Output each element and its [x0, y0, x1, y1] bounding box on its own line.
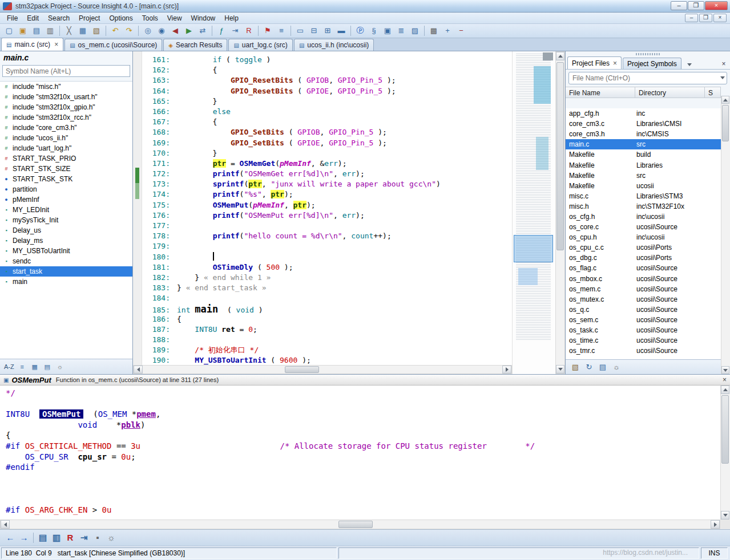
file-row[interactable]: os_tmr.cucosii\Source	[566, 346, 721, 356]
new-file-icon[interactable]: ▢	[3, 25, 15, 36]
file-row[interactable]: misc.hinc\STM32F10x	[566, 201, 721, 212]
search-forward-icon[interactable]: ▶	[183, 25, 195, 36]
symbol-item[interactable]: ▪mySysTick_Init	[0, 215, 132, 225]
file-row[interactable]: main.csrc	[566, 139, 721, 149]
tab-ucos-ii-h-inc-ucosii-[interactable]: ▤ucos_ii.h (inc\ucosii)	[294, 39, 374, 51]
goto-definition-icon[interactable]: ⇥	[229, 25, 241, 36]
project-panel-scrollbar[interactable]	[721, 96, 730, 374]
column-header-file-name[interactable]: File Name	[566, 87, 635, 98]
bookmark-list-icon[interactable]: ≡	[275, 25, 288, 36]
file-table-header[interactable]: File Name Directory S	[566, 87, 721, 98]
symbol-item[interactable]: ▪start_task	[0, 266, 132, 277]
tab-project-files[interactable]: Project Files ×	[567, 56, 622, 69]
file-row[interactable]: os_dbg.cucosii\Ports	[566, 253, 721, 263]
symbol-item[interactable]: #START_TASK_PRIO	[0, 153, 132, 164]
symbol-item[interactable]: #include "stm32f10x_gpio.h"	[0, 102, 132, 112]
maximize-button[interactable]: ❐	[688, 1, 704, 10]
buffer-list-icon[interactable]: ▥	[50, 532, 63, 543]
symbol-item[interactable]: ▪Delay_ms	[0, 236, 132, 246]
menu-edit[interactable]: Edit	[22, 13, 43, 23]
column-header-size[interactable]: S	[705, 87, 721, 98]
lock-icon[interactable]: ▪	[91, 532, 104, 543]
symbol-item[interactable]: #include "stm32f10x_rcc.h"	[0, 112, 132, 123]
symbol-item[interactable]: ▪Delay_us	[0, 225, 132, 236]
file-row[interactable]: os_cpu.hinc\ucosii	[566, 232, 721, 242]
symbol-item[interactable]: ▪main	[0, 277, 132, 287]
editor-vertical-scrollbar[interactable]	[555, 51, 565, 374]
file-row[interactable]: Makefilesrc	[566, 171, 721, 181]
settings-icon[interactable]: ☼	[54, 361, 66, 372]
browse-symbols-icon[interactable]: ƒ	[215, 25, 228, 36]
menu-tools[interactable]: Tools	[138, 13, 163, 23]
symbol-search-input[interactable]	[2, 65, 130, 77]
symbol-item[interactable]: ●pMemInf	[0, 194, 132, 205]
minimap[interactable]	[512, 51, 555, 374]
undo-icon[interactable]: ↶	[109, 25, 122, 36]
toggle-bookmark-icon[interactable]: ⚑	[261, 25, 274, 36]
tile-horizontal-icon[interactable]: ⊟	[308, 25, 320, 36]
file-row[interactable]: app_cfg.hinc	[566, 108, 721, 119]
print-icon[interactable]: ▥	[44, 25, 57, 36]
sort-alphabetic-icon[interactable]: A-Z	[3, 361, 15, 372]
file-row[interactable]: Makefilebuild	[566, 149, 721, 160]
open-file-icon[interactable]: ▣	[17, 25, 29, 36]
file-row[interactable]: os_core.cucosii\Source	[566, 222, 721, 232]
file-row[interactable]: os_q.cucosii\Source	[566, 305, 721, 315]
symbol-item[interactable]: #include "stm32f10x_usart.h"	[0, 92, 132, 102]
search-icon[interactable]: ◎	[142, 25, 154, 36]
menu-view[interactable]: View	[163, 13, 187, 23]
tab-main-c-src-[interactable]: ▤main.c (src)×	[1, 38, 63, 51]
minimize-button[interactable]: –	[671, 1, 687, 10]
context-code[interactable]: */INT8U OSMemPut (OS_MEM *pmem, void *pb…	[0, 385, 720, 520]
list-view-icon[interactable]: ≡	[17, 361, 28, 372]
tab-list-dropdown-icon[interactable]	[685, 60, 694, 69]
menu-options[interactable]: Options	[104, 13, 137, 23]
remove-file-icon[interactable]: −	[455, 25, 467, 36]
symbol-item[interactable]: #include "ucos_ii.h"	[0, 133, 132, 143]
browse-references-icon[interactable]: R	[243, 25, 255, 36]
panel-close-icon[interactable]: ×	[719, 60, 728, 69]
file-row[interactable]: os_time.cucosii\Source	[566, 335, 721, 346]
symbol-item[interactable]: ●partition	[0, 184, 132, 194]
column-header-directory[interactable]: Directory	[635, 87, 705, 98]
play-recording-icon[interactable]: Ⓟ	[354, 25, 366, 36]
file-row[interactable]: os_task.cucosii\Source	[566, 325, 721, 335]
symbol-item[interactable]: ▪MY_USBToUartInit	[0, 246, 132, 256]
relation-window-icon[interactable]: ≣	[395, 25, 408, 36]
tab-search-results[interactable]: ◈Search Results	[163, 39, 227, 51]
file-row[interactable]: os_cfg.hinc\ucosii	[566, 212, 721, 222]
file-name-search-input[interactable]	[568, 72, 727, 84]
group-by-type-icon[interactable]: ▦	[29, 361, 41, 372]
context-window-header[interactable]: ▣ OSMemPut Function in os_mem.c (ucosii\…	[0, 375, 730, 385]
tab-uart-log-c-src-[interactable]: ▤uart_log.c (src)	[228, 39, 292, 51]
history-list-icon[interactable]: ▤	[37, 532, 49, 543]
document-list-icon[interactable]: ▤	[596, 362, 609, 373]
child-close-button[interactable]: ×	[713, 14, 727, 22]
settings-icon[interactable]: ☼	[610, 362, 623, 373]
child-restore-button[interactable]: ❐	[699, 14, 712, 22]
tab-os-mem-c-ucosii-source-[interactable]: ▤os_mem.c (ucosii\Source)	[64, 39, 162, 51]
file-row[interactable]: MakefileLibraries	[566, 160, 721, 170]
file-row[interactable]: os_mutex.cucosii\Source	[566, 294, 721, 305]
file-row[interactable]: os_sem.cucosii\Source	[566, 315, 721, 325]
symbol-item[interactable]: #START_STK_SIZE	[0, 164, 132, 174]
menu-help[interactable]: Help	[220, 13, 243, 23]
menu-project[interactable]: Project	[74, 13, 104, 23]
editor-code[interactable]: 161: if ( toggle )162: {163: GPIO_ResetB…	[143, 55, 511, 365]
goto-line-icon[interactable]: ⇥	[78, 532, 90, 543]
file-row[interactable]: core_cm3.cLibraries\CMSI	[566, 119, 721, 129]
split-window-icon[interactable]: ▬	[335, 25, 348, 36]
file-row[interactable]: core_cm3.hinc\CMSIS	[566, 129, 721, 139]
menu-file[interactable]: File	[2, 13, 22, 23]
save-icon[interactable]: ▤	[30, 25, 43, 36]
symbol-item[interactable]: #include "uart_log.h"	[0, 143, 132, 153]
file-row[interactable]: os_mbox.cucosii\Source	[566, 274, 721, 284]
file-filter-icon[interactable]: ▧	[569, 362, 582, 373]
copy-icon[interactable]: ▦	[76, 25, 89, 36]
symbol-item[interactable]: ▪MY_LEDInit	[0, 205, 132, 215]
cut-icon[interactable]: ╳	[63, 25, 75, 36]
symbol-item[interactable]: #include "core_cm3.h"	[0, 123, 132, 133]
redo-icon[interactable]: ↷	[123, 25, 135, 36]
macro-r-icon[interactable]: R	[64, 532, 76, 543]
symbol-window-icon[interactable]: §	[368, 25, 380, 36]
